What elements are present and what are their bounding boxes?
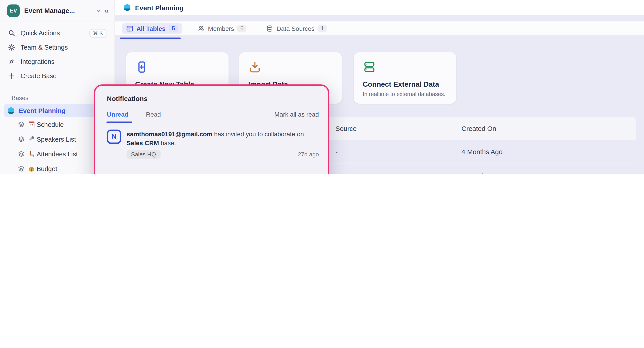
plus-icon [8, 72, 15, 80]
base-chip: Sales HQ [126, 150, 160, 159]
sidebar-item-label: Team & Settings [20, 44, 106, 51]
base-tabs: All Tables 5 Members 6 Data Sources 1 [115, 21, 644, 35]
tab-data-sources[interactable]: Data Sources 1 [262, 23, 331, 34]
sidebar-item-label: Create Base [20, 72, 106, 80]
search-icon [8, 29, 15, 37]
sidebar-item-label: Integrations [20, 58, 106, 65]
users-icon [198, 25, 205, 32]
table-stack-icon [18, 151, 24, 157]
notification-item[interactable]: RU Raju Udava has mentioned you in a com… [95, 168, 328, 174]
nocodb-logo-icon: N [107, 130, 121, 144]
chevron-down-icon[interactable] [96, 7, 102, 14]
table-icon [126, 25, 133, 32]
workspace-switcher[interactable]: EV Event Manage... « [0, 0, 114, 21]
table-name: Budget [37, 165, 57, 172]
table-stack-icon [18, 136, 24, 143]
tab-count-badge: 5 [168, 25, 178, 32]
topbar: Event Planning [115, 0, 644, 15]
table-plus-icon [135, 60, 148, 74]
download-icon [248, 60, 262, 74]
plug-icon [8, 58, 15, 65]
notification-time: 27d ago [298, 151, 319, 158]
microphone-emoji-icon [28, 136, 34, 142]
tab-count-badge: 1 [318, 25, 327, 32]
tab-read[interactable]: Read [146, 111, 161, 118]
server-icon [363, 60, 376, 74]
card-title: Connect External Data [363, 80, 447, 88]
column-header-source[interactable]: Source [336, 117, 357, 140]
sidebar-item-label: Quick Actions [20, 29, 89, 37]
sidebar-item-create-base[interactable]: Create Base [4, 69, 111, 83]
table-name: Attendees List [37, 150, 78, 158]
sidebar-menu: Quick Actions ⌘ K Team & Settings Integr… [0, 21, 114, 83]
sidebar-item-team-settings[interactable]: Team & Settings [4, 40, 111, 54]
active-tab-underline [120, 37, 181, 39]
tab-label: All Tables [136, 25, 166, 32]
column-header-created-on[interactable]: Created On [462, 117, 496, 140]
table-stack-icon [18, 165, 24, 172]
mark-all-as-read-button[interactable]: Mark all as read [274, 111, 319, 118]
notification-item[interactable]: N samthomas0191@gmail.com has invited yo… [95, 123, 328, 168]
app-window: EV Event Manage... « Quick Actions ⌘ K T… [0, 0, 644, 174]
shortcut-badge: ⌘ K [89, 29, 106, 37]
calendar-emoji-icon [28, 122, 34, 127]
cell-source: - [336, 165, 338, 174]
notification-text: samthomas0191@gmail.com has invited you … [126, 130, 314, 148]
base-name: Event Planning [19, 107, 66, 114]
sidebar-item-integrations[interactable]: Integrations [4, 54, 111, 69]
collapse-sidebar-icon[interactable]: « [104, 6, 108, 15]
tab-label: Data Sources [276, 25, 314, 32]
notifications-popup: Notifications Unread Read Mark all as re… [94, 84, 329, 174]
tab-count-badge: 6 [237, 25, 247, 32]
database-icon [266, 25, 274, 32]
workspace-badge: EV [7, 4, 20, 17]
notifications-title: Notifications [107, 95, 328, 102]
moneybag-emoji-icon [28, 166, 34, 172]
base-hexagon-icon [7, 107, 15, 115]
tab-unread[interactable]: Unread [107, 111, 128, 118]
table-name: Schedule [37, 121, 64, 128]
base-hexagon-icon [124, 3, 131, 12]
sidebar-item-quick-actions[interactable]: Quick Actions ⌘ K [4, 26, 111, 40]
active-tab-underline [106, 122, 132, 123]
cell-created-on: 4 Months Ago [462, 140, 502, 164]
chair-emoji-icon [28, 151, 34, 157]
cell-created-on: 4 Months Ago [462, 165, 502, 174]
connect-external-data-card[interactable]: Connect External Data In realtime to ext… [354, 52, 456, 104]
gear-icon [8, 44, 15, 51]
tab-members[interactable]: Members 6 [194, 23, 251, 34]
notifications-tabs: Unread Read Mark all as read [95, 111, 328, 123]
table-name: Speakers List [37, 136, 76, 143]
tab-all-tables[interactable]: All Tables 5 [122, 23, 182, 34]
tab-label: Members [208, 25, 234, 32]
notifications-list: N samthomas0191@gmail.com has invited yo… [95, 123, 328, 174]
table-stack-icon [18, 121, 24, 128]
card-subtitle: In realtime to external databases. [363, 91, 447, 97]
workspace-name: Event Manage... [24, 7, 93, 14]
cell-source: - [336, 140, 338, 164]
page-title: Event Planning [135, 4, 184, 11]
